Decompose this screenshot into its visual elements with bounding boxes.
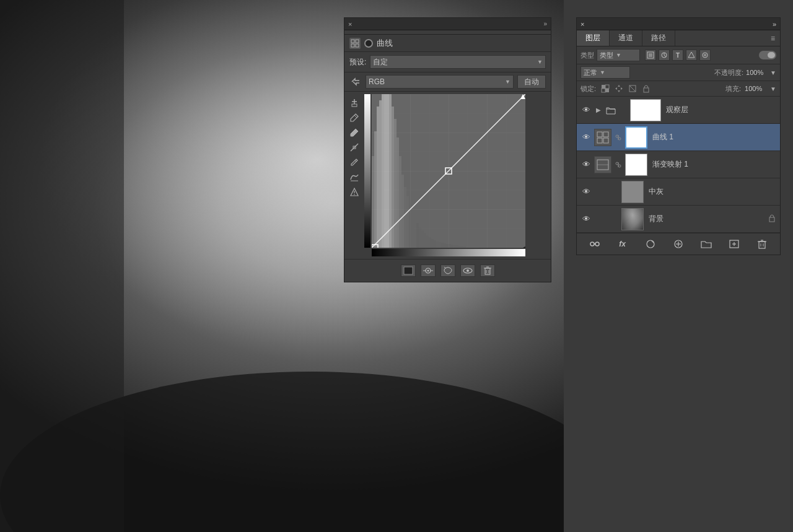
filter-shape-btn[interactable] — [686, 50, 697, 61]
layers-panel-titlebar: × » — [577, 18, 780, 30]
svg-rect-75 — [485, 268, 490, 274]
channel-select[interactable]: RGB ▼ — [366, 75, 514, 89]
curves-graph[interactable] — [372, 94, 525, 248]
layer-expand-observation[interactable]: ▶ — [594, 106, 603, 115]
blend-mode-select[interactable]: 正常 ▼ — [581, 66, 630, 79]
layer-chain-curves1[interactable] — [614, 133, 623, 142]
layer-eye-background[interactable]: 👁 — [581, 214, 592, 225]
tab-channels[interactable]: 通道 — [610, 30, 642, 46]
curves-bottom-gradient — [372, 249, 525, 256]
fill-dropdown-arrow[interactable]: ▼ — [770, 85, 776, 92]
filter-toggle[interactable] — [759, 51, 776, 59]
target-colors-btn[interactable] — [421, 264, 436, 277]
curve-control-point-mid[interactable] — [445, 168, 452, 174]
eyedropper-gray-tool[interactable] — [348, 111, 361, 124]
layers-tabs: 图层 通道 路径 ≡ — [577, 30, 780, 46]
lock-pixels-btn[interactable] — [600, 83, 611, 94]
svg-rect-53 — [431, 239, 434, 248]
black-point-btn[interactable] — [401, 264, 416, 277]
layer-item-background[interactable]: 👁 背景 — [577, 206, 780, 233]
layer-chain-observation[interactable] — [619, 106, 628, 115]
curve-point-tool[interactable] — [348, 141, 361, 154]
fill-value[interactable]: 100% — [745, 85, 766, 92]
svg-rect-3 — [0, 0, 124, 532]
layer-item-gradmap[interactable]: 👁 渐变映射 1 — [577, 151, 780, 178]
svg-point-102 — [618, 165, 621, 167]
svg-rect-54 — [434, 240, 436, 248]
link-layers-btn[interactable] — [588, 237, 602, 251]
curves-left-gradient — [364, 94, 370, 248]
layer-item-curves1[interactable]: 👁 曲线 1 — [577, 124, 780, 151]
layers-panel-close[interactable]: × — [581, 20, 584, 28]
reset-curves-btn[interactable] — [440, 264, 455, 277]
lock-row: 锁定: — [577, 81, 780, 97]
layers-panel-collapse[interactable]: » — [773, 20, 776, 28]
pencil-tool[interactable] — [348, 156, 361, 168]
svg-point-18 — [354, 194, 355, 195]
eyedropper-black-tool[interactable] — [348, 126, 361, 139]
svg-rect-81 — [649, 53, 652, 57]
lock-position-btn[interactable] — [613, 83, 624, 94]
fill-label: 填充: — [725, 84, 741, 94]
warning-icon — [348, 186, 361, 198]
filter-adjustment-btn[interactable] — [659, 50, 670, 61]
new-group-btn[interactable] — [699, 237, 713, 251]
char-panel-collapse[interactable]: » — [543, 20, 547, 27]
layer-eye-midgray[interactable]: 👁 — [581, 186, 592, 198]
layer-thumb-midgray — [621, 181, 644, 203]
new-fill-layer-btn[interactable] — [644, 237, 657, 251]
auto-button[interactable]: 自动 — [517, 75, 546, 89]
svg-rect-32 — [379, 100, 382, 248]
layer-eye-gradmap[interactable]: 👁 — [581, 159, 592, 170]
curve-control-point-bottom[interactable] — [372, 245, 378, 248]
svg-rect-38 — [394, 119, 396, 248]
curves-panel-radio[interactable] — [364, 39, 373, 48]
lock-artboard-btn[interactable] — [627, 83, 638, 94]
layers-panel: × » 图层 通道 路径 ≡ 类型 类型 ▼ — [576, 17, 781, 255]
opacity-dropdown-arrow[interactable]: ▼ — [770, 69, 776, 76]
lock-label: 锁定: — [581, 84, 596, 94]
opacity-value[interactable]: 100% — [746, 69, 768, 76]
svg-rect-50 — [424, 233, 426, 248]
eyedropper-white-tool[interactable] — [348, 97, 361, 109]
visibility-toggle-btn[interactable] — [460, 264, 475, 277]
svg-rect-46 — [414, 218, 416, 248]
svg-rect-95 — [603, 138, 608, 143]
delete-layer-btn[interactable] — [755, 237, 769, 251]
svg-rect-91 — [644, 88, 649, 92]
svg-rect-64 — [458, 246, 461, 248]
svg-point-106 — [595, 242, 599, 246]
svg-rect-56 — [439, 242, 441, 248]
svg-rect-29 — [372, 156, 374, 248]
layer-thumb-gradmap — [625, 154, 647, 176]
layer-item-observation[interactable]: 👁 ▶ 观察层 — [577, 97, 780, 124]
lock-all-btn[interactable] — [641, 83, 652, 94]
filter-type-select[interactable]: 类型 ▼ — [597, 49, 640, 61]
delete-adjustment-btn[interactable] — [480, 264, 495, 277]
new-layer-btn[interactable] — [727, 237, 741, 251]
filter-type-btn[interactable]: T — [672, 50, 683, 61]
tab-paths[interactable]: 路径 — [642, 30, 675, 46]
filter-pixel-btn[interactable] — [645, 50, 656, 61]
channel-arrows-icon[interactable] — [349, 76, 362, 88]
curves-svg[interactable] — [372, 94, 525, 248]
svg-rect-59 — [446, 244, 449, 248]
tab-layers[interactable]: 图层 — [577, 30, 610, 46]
layer-chain-gradmap[interactable] — [614, 160, 623, 169]
curves-panel-icon[interactable] — [349, 38, 361, 49]
svg-rect-48 — [419, 227, 421, 248]
layer-item-midgray[interactable]: 👁 中灰 — [577, 178, 780, 206]
svg-rect-49 — [421, 230, 424, 248]
smooth-tool[interactable] — [348, 171, 361, 183]
layer-fx-btn[interactable]: fx — [616, 237, 629, 251]
new-adjustment-layer-btn[interactable] — [672, 237, 685, 251]
layers-panel-menu[interactable]: ≡ — [766, 30, 780, 46]
svg-rect-68 — [404, 267, 413, 274]
layer-eye-observation[interactable]: 👁 — [581, 105, 592, 116]
char-panel-close[interactable]: × — [348, 20, 352, 28]
filter-smartobj-btn[interactable] — [699, 50, 711, 61]
svg-point-105 — [590, 242, 594, 246]
layer-eye-curves1[interactable]: 👁 — [581, 132, 592, 143]
layer-adj-icon-gradmap — [594, 156, 611, 173]
preset-select[interactable]: 自定 ▼ — [370, 55, 546, 69]
